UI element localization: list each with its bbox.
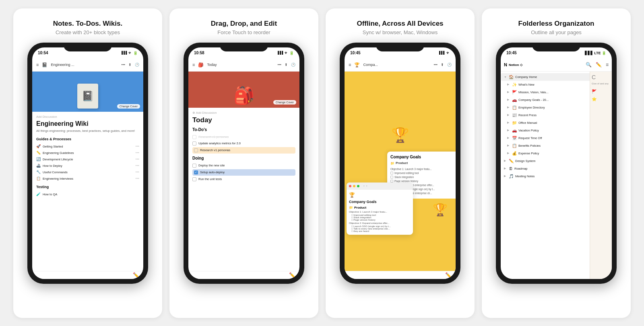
search-icon[interactable]: 🔍 [586, 62, 592, 68]
phone4: 10:45 ▋▋▋ LTE 🔋 N Notion ◇ 🔍 ✏️ ≡ [496, 43, 617, 284]
split-top: 🏆 Company Goals 📁 Product Objective 1: L… [345, 72, 456, 199]
section-guides: Guides & Processes [36, 137, 139, 141]
todo-item[interactable]: Update analytics metrics for 2.0 [192, 140, 295, 147]
checkbox[interactable] [192, 164, 196, 168]
phone2-inner: 10:58 ▋▋▋ ᯤ 🔋 ≡ 🎒 Today ••• ⬆ 🕐 🎒 Change… [188, 47, 299, 279]
phone3-nav-right: ••• ⬆ 🕐 [434, 63, 452, 67]
list-item: □ they are heard [349, 230, 411, 232]
chevron-right-icon: ▶ [504, 174, 507, 178]
chevron-right-icon: ▶ [507, 152, 510, 155]
phone1-bottom-bar: ✏️ [32, 271, 143, 279]
edit-icon[interactable]: ✏️ [596, 62, 602, 68]
more-icon[interactable]: ••• [278, 63, 281, 67]
add-discussion-label[interactable]: Add Discussion [36, 115, 139, 119]
list-item[interactable]: 📋Engineering Interviews ••• [36, 175, 139, 182]
phone3-icons: ▋▋▋ ᯤ [439, 51, 450, 55]
clock-icon[interactable]: 🕐 [135, 63, 139, 67]
more-icon[interactable]: ••• [122, 63, 125, 67]
checkbox[interactable] [192, 135, 196, 139]
notion-header-left: N Notion ◇ [504, 62, 522, 67]
right-panel-content: C Give of and any 🚩 ⭐ [590, 72, 612, 104]
todo-item-highlighted[interactable]: Research v1 personas [192, 147, 295, 154]
chevron-down-icon: ▼ [504, 76, 507, 78]
hamburger-icon[interactable]: ≡ [36, 62, 39, 67]
edit-icon[interactable]: ✏️ [445, 272, 452, 278]
checkbox[interactable] [192, 177, 196, 181]
add-discussion-2[interactable]: ⊕ Add Discussion [192, 111, 295, 115]
phone1: 10:54 ▋▋▋ ᯤ 🔋 ≡ 📓 Engineering ... ••• ⬆ … [27, 43, 148, 284]
phone4-time: 10:45 [506, 51, 517, 55]
phone3: 10:45 ▋▋▋ ᯤ ≡ 🏆 Compa... ••• ⬆ 🕐 🏆 [340, 43, 460, 284]
chevron-right-icon: ▶ [504, 167, 507, 170]
list-item[interactable]: 🧪How to QA [36, 191, 139, 197]
change-cover-button[interactable]: Change Cover [273, 100, 296, 105]
phone1-cover: 📓 Change Cover [32, 72, 143, 112]
chevron-right-icon: ▶ [504, 159, 507, 162]
todo-item[interactable]: Research v1 personas [192, 134, 295, 140]
browser-dot-red [349, 185, 351, 187]
todo-item[interactable]: Run the unit tests [192, 176, 295, 182]
menu-icon[interactable]: ≡ [606, 62, 609, 68]
list-item[interactable]: 🔄Development Lifecycle ••• [36, 156, 139, 162]
list-item: Slack integration [390, 175, 452, 179]
checkbox-checked[interactable]: ✓ [194, 170, 198, 174]
card4-subtitle: Outline all your pages [531, 29, 582, 35]
workspace-name[interactable]: Notion ◇ [509, 63, 522, 67]
card2-subtitle: Force Touch to reorder [217, 29, 270, 35]
phone3-notch [376, 43, 424, 51]
sidebar-content: ▼ 🏠 Company Home ••• + ▶ ✨ [501, 72, 612, 279]
checkbox[interactable] [192, 141, 196, 146]
forward-icon[interactable]: › [366, 184, 367, 188]
wiki-title: Engineering Wiki [36, 120, 139, 127]
edit-icon[interactable]: ✏️ [289, 272, 295, 278]
card3-subtitle: Sync w/ browser, Mac, Windows [363, 29, 438, 35]
phone4-content: N Notion ◇ 🔍 ✏️ ≡ ▼ 🏠 [501, 59, 612, 279]
card3-title: Offline, Across All Devices [357, 20, 443, 28]
hamburger-icon[interactable]: ≡ [192, 62, 195, 67]
list-item[interactable]: 📏Engineering Guidelines ••• [36, 150, 139, 156]
phone1-nav-right: ••• ⬆ 🕐 [122, 63, 139, 67]
card1-subtitle: Create with 20+ block types [56, 29, 120, 35]
backpack-icon: 🎒 [233, 86, 254, 105]
phone2-nav: ≡ 🎒 Today ••• ⬆ 🕐 [188, 59, 299, 72]
phone1-time: 10:54 [38, 51, 48, 55]
chevron-right-icon: ▶ [507, 90, 510, 94]
phone3-nav: ≡ 🏆 Compa... ••• ⬆ 🕐 [345, 59, 456, 72]
notebook-icon: 📓 [77, 84, 98, 109]
todo-item-checked[interactable]: ✓ Setup auto-deploy [192, 169, 295, 176]
todo-section-todos: To-Do's [192, 127, 295, 132]
more-icon[interactable]: ••• [434, 63, 438, 67]
phone2-nav-left: ≡ 🎒 Today [192, 62, 217, 68]
notion-header-right: 🔍 ✏️ ≡ [586, 62, 609, 68]
chevron-right-icon: ▶ [507, 136, 510, 139]
hamburger-icon[interactable]: ≡ [349, 62, 351, 67]
edit-icon[interactable]: ✏️ [133, 272, 139, 278]
change-cover-button[interactable]: Change Cover [117, 104, 140, 109]
overlay-obj1: Objective 1: Launch 3 major featu... [390, 167, 452, 171]
chevron-right-icon: ▶ [507, 83, 510, 86]
todo-item[interactable]: Deploy the new site [192, 162, 295, 169]
phone2-page-name: Today [207, 63, 217, 67]
share-icon[interactable]: ⬆ [128, 63, 132, 67]
sidebar-item-left: ▼ 🏠 Company Home [504, 75, 537, 79]
share-icon[interactable]: ⬆ [441, 63, 444, 67]
share-icon[interactable]: ⬆ [285, 63, 288, 67]
phone2-cover: 🎒 Change Cover [188, 72, 299, 108]
card-notes-todos-wikis: Notes. To-Dos. Wikis. Create with 20+ bl… [13, 8, 162, 318]
clock-icon[interactable]: 🕐 [291, 63, 295, 67]
checkbox[interactable] [194, 148, 198, 152]
chevron-right-icon: ▶ [507, 121, 510, 124]
phone3-bottom-bar: ✏️ [345, 271, 456, 279]
list-item[interactable]: 🚢How to Deploy ••• [36, 162, 139, 169]
right-panel: C Give of and any 🚩 ⭐ [590, 72, 612, 279]
list-item[interactable]: 🔧Useful Commands ••• [36, 169, 139, 175]
phone1-notch [64, 43, 112, 51]
browser-dot-yellow [353, 185, 355, 187]
card4-title: Folderless Organizaton [518, 20, 594, 28]
chevron-right-icon: ▶ [507, 106, 510, 109]
list-item[interactable]: 🚀Getting Started ••• [36, 143, 139, 150]
clock-icon[interactable]: 🕐 [447, 63, 452, 67]
back-icon[interactable]: ‹ [363, 184, 365, 188]
wiki-desc: All things engineering: processes, best … [36, 129, 139, 133]
phone4-inner: 10:45 ▋▋▋ LTE 🔋 N Notion ◇ 🔍 ✏️ ≡ [501, 47, 612, 279]
